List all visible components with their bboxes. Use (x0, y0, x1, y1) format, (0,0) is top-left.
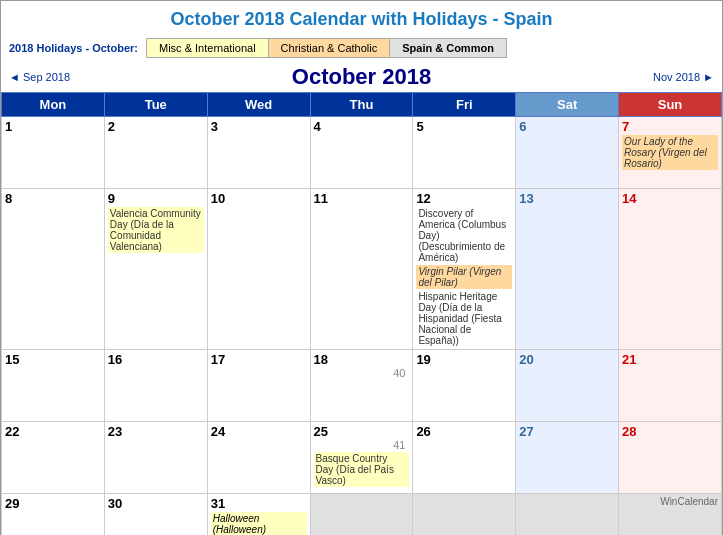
day-number: 24 (211, 424, 307, 439)
day-number: 5 (416, 119, 512, 134)
table-cell: 11 (310, 189, 413, 350)
col-mon: Mon (2, 93, 105, 117)
page-title: October 2018 Calendar with Holidays - Sp… (1, 1, 722, 34)
day-number: 13 (519, 191, 615, 206)
table-cell: 24 (207, 422, 310, 494)
table-cell: 15 (2, 350, 105, 422)
table-cell: 19 (413, 350, 516, 422)
day-number: 7 (622, 119, 718, 134)
day-number: 10 (211, 191, 307, 206)
day-number: 17 (211, 352, 307, 367)
day-number: 14 (622, 191, 718, 206)
table-cell: 5 (413, 117, 516, 189)
table-cell: 8 (2, 189, 105, 350)
table-cell: 22 (2, 422, 105, 494)
tab-christian[interactable]: Christian & Catholic (268, 38, 391, 58)
holiday-entry: Halloween (Halloween) (211, 512, 307, 535)
day-number: 28 (622, 424, 718, 439)
day-number: 2 (108, 119, 204, 134)
holiday-entry: Our Lady of the Rosary (Virgen del Rosar… (622, 135, 718, 170)
table-cell (413, 494, 516, 536)
day-number: 1 (5, 119, 101, 134)
day-number: 31 (211, 496, 307, 511)
table-cell (516, 494, 619, 536)
day-number: 22 (5, 424, 101, 439)
calendar-row: 89Valencia Community Day (Día de la Comu… (2, 189, 722, 350)
table-cell: 10 (207, 189, 310, 350)
tab-spain[interactable]: Spain & Common (390, 38, 507, 58)
holiday-entry: Hispanic Heritage Day (Día de la Hispani… (416, 290, 512, 347)
table-cell: 31Halloween (Halloween) (207, 494, 310, 536)
table-cell: 20 (516, 350, 619, 422)
holiday-entry: Valencia Community Day (Día de la Comuni… (108, 207, 204, 253)
table-cell: 13 (516, 189, 619, 350)
table-cell: 27 (516, 422, 619, 494)
table-cell: 16 (104, 350, 207, 422)
day-number: 11 (314, 191, 410, 206)
holiday-entry: Basque Country Day (Día del País Vasco) (314, 452, 410, 487)
tabs-label: 2018 Holidays - October: (9, 42, 138, 54)
wincalendar-credit: WinCalendar (622, 496, 718, 507)
calendar-nav: ◄ Sep 2018 October 2018 Nov 2018 ► (1, 62, 722, 92)
table-cell: 23 (104, 422, 207, 494)
day-number: 30 (108, 496, 204, 511)
col-tue: Tue (104, 93, 207, 117)
day-number: 20 (519, 352, 615, 367)
table-cell: 2 (104, 117, 207, 189)
table-cell: 21 (619, 350, 722, 422)
table-cell (310, 494, 413, 536)
week-number: 40 (314, 367, 410, 379)
calendar-row: 1516171840192021 (2, 350, 722, 422)
col-thu: Thu (310, 93, 413, 117)
calendar-row: 293031Halloween (Halloween)WinCalendar (2, 494, 722, 536)
holiday-entry: Discovery of America (Columbus Day) (Des… (416, 207, 512, 264)
table-cell: 14 (619, 189, 722, 350)
table-cell: 29 (2, 494, 105, 536)
table-cell: 17 (207, 350, 310, 422)
holiday-tabs: 2018 Holidays - October: Misc & Internat… (1, 34, 722, 62)
day-number: 9 (108, 191, 204, 206)
day-number: 8 (5, 191, 101, 206)
days-header: Mon Tue Wed Thu Fri Sat Sun (2, 93, 722, 117)
day-number: 26 (416, 424, 512, 439)
tab-misc[interactable]: Misc & International (146, 38, 268, 58)
month-title: October 2018 (70, 64, 653, 90)
day-number: 4 (314, 119, 410, 134)
table-cell: 26 (413, 422, 516, 494)
day-number: 18 (314, 352, 410, 367)
table-cell: 6 (516, 117, 619, 189)
day-number: 29 (5, 496, 101, 511)
table-cell: 9Valencia Community Day (Día de la Comun… (104, 189, 207, 350)
day-number: 19 (416, 352, 512, 367)
day-number: 16 (108, 352, 204, 367)
table-cell: 30 (104, 494, 207, 536)
col-fri: Fri (413, 93, 516, 117)
table-cell: WinCalendar (619, 494, 722, 536)
table-cell: 7Our Lady of the Rosary (Virgen del Rosa… (619, 117, 722, 189)
table-cell: 1840 (310, 350, 413, 422)
day-number: 21 (622, 352, 718, 367)
table-cell: 1 (2, 117, 105, 189)
col-sat: Sat (516, 93, 619, 117)
calendar-body: 1234567Our Lady of the Rosary (Virgen de… (2, 117, 722, 536)
col-sun: Sun (619, 93, 722, 117)
col-wed: Wed (207, 93, 310, 117)
table-cell: 28 (619, 422, 722, 494)
table-cell: 4 (310, 117, 413, 189)
day-number: 6 (519, 119, 615, 134)
day-number: 3 (211, 119, 307, 134)
table-cell: 2541Basque Country Day (Día del País Vas… (310, 422, 413, 494)
prev-month-link[interactable]: ◄ Sep 2018 (9, 71, 70, 83)
calendar-table: Mon Tue Wed Thu Fri Sat Sun 1234567Our L… (1, 92, 722, 535)
day-number: 27 (519, 424, 615, 439)
day-number: 12 (416, 191, 512, 206)
day-number: 25 (314, 424, 410, 439)
next-month-link[interactable]: Nov 2018 ► (653, 71, 714, 83)
calendar-row: 1234567Our Lady of the Rosary (Virgen de… (2, 117, 722, 189)
calendar-row: 2223242541Basque Country Day (Día del Pa… (2, 422, 722, 494)
day-number: 23 (108, 424, 204, 439)
table-cell: 3 (207, 117, 310, 189)
table-cell: 12Discovery of America (Columbus Day) (D… (413, 189, 516, 350)
week-number: 41 (314, 439, 410, 451)
holiday-entry: Virgin Pilar (Virgen del Pilar) (416, 265, 512, 289)
